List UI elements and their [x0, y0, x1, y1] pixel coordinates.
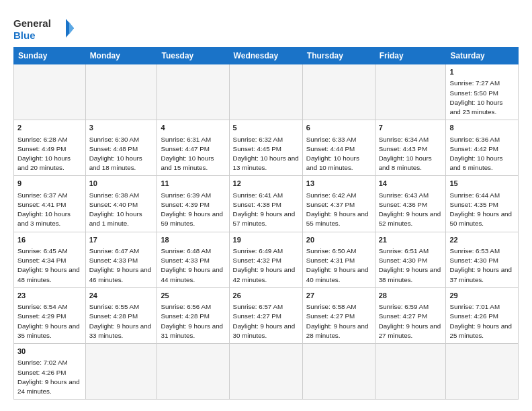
day-number: 11: [161, 179, 225, 189]
day-info: Sunrise: 6:41 AM Sunset: 4:38 PM Dayligh…: [233, 191, 299, 229]
day-info: Sunrise: 6:48 AM Sunset: 4:33 PM Dayligh…: [161, 246, 225, 285]
calendar-header-saturday: Saturday: [446, 48, 519, 64]
day-number: 30: [17, 347, 82, 357]
calendar-cell: 18Sunrise: 6:48 AM Sunset: 4:33 PM Dayli…: [157, 232, 229, 287]
day-number: 12: [233, 179, 299, 189]
day-info: Sunrise: 6:47 AM Sunset: 4:33 PM Dayligh…: [89, 246, 154, 285]
calendar-cell: 11Sunrise: 6:39 AM Sunset: 4:39 PM Dayli…: [157, 176, 229, 232]
calendar-cell: 28Sunrise: 6:59 AM Sunset: 4:27 PM Dayli…: [375, 287, 446, 343]
day-number: 4: [161, 123, 225, 133]
page: General Blue SundayMondayTuesdayWednesda…: [0, 0, 532, 411]
svg-text:Blue: Blue: [13, 30, 36, 41]
day-info: Sunrise: 6:50 AM Sunset: 4:31 PM Dayligh…: [306, 246, 371, 285]
day-info: Sunrise: 6:54 AM Sunset: 4:29 PM Dayligh…: [17, 302, 82, 340]
calendar-cell: 12Sunrise: 6:41 AM Sunset: 4:38 PM Dayli…: [229, 176, 302, 232]
logo: General Blue: [13, 15, 74, 43]
day-number: 17: [89, 235, 154, 245]
calendar-cell: [302, 344, 375, 400]
day-number: 19: [233, 235, 299, 245]
calendar-cell: 14Sunrise: 6:43 AM Sunset: 4:36 PM Dayli…: [375, 176, 446, 232]
day-info: Sunrise: 7:27 AM Sunset: 5:50 PM Dayligh…: [449, 79, 515, 117]
calendar-header-friday: Friday: [375, 48, 446, 64]
day-number: 13: [306, 179, 371, 189]
day-number: 7: [379, 123, 443, 133]
day-info: Sunrise: 6:53 AM Sunset: 4:30 PM Dayligh…: [449, 246, 515, 285]
calendar-cell: [446, 344, 519, 400]
day-info: Sunrise: 6:37 AM Sunset: 4:41 PM Dayligh…: [17, 191, 82, 229]
day-info: Sunrise: 6:42 AM Sunset: 4:37 PM Dayligh…: [306, 191, 371, 229]
calendar-cell: 25Sunrise: 6:56 AM Sunset: 4:28 PM Dayli…: [157, 287, 229, 343]
day-number: 2: [17, 123, 82, 133]
calendar-cell: 2Sunrise: 6:28 AM Sunset: 4:49 PM Daylig…: [14, 120, 86, 176]
day-number: 26: [233, 291, 299, 301]
day-number: 14: [379, 179, 443, 189]
svg-text:General: General: [13, 17, 51, 29]
day-info: Sunrise: 6:59 AM Sunset: 4:27 PM Dayligh…: [379, 302, 443, 340]
calendar-week-row: 23Sunrise: 6:54 AM Sunset: 4:29 PM Dayli…: [14, 287, 519, 343]
day-number: 28: [379, 291, 443, 301]
calendar-cell: 24Sunrise: 6:55 AM Sunset: 4:28 PM Dayli…: [85, 287, 157, 343]
day-info: Sunrise: 6:56 AM Sunset: 4:28 PM Dayligh…: [161, 302, 225, 340]
calendar-week-row: 30Sunrise: 7:02 AM Sunset: 4:26 PM Dayli…: [14, 344, 519, 400]
calendar-cell: [14, 64, 86, 120]
day-info: Sunrise: 6:55 AM Sunset: 4:28 PM Dayligh…: [89, 302, 154, 340]
calendar-header-tuesday: Tuesday: [157, 48, 229, 64]
calendar-cell: 1Sunrise: 7:27 AM Sunset: 5:50 PM Daylig…: [446, 64, 519, 120]
calendar-cell: 9Sunrise: 6:37 AM Sunset: 4:41 PM Daylig…: [14, 176, 86, 232]
calendar-cell: 6Sunrise: 6:33 AM Sunset: 4:44 PM Daylig…: [302, 120, 375, 176]
day-info: Sunrise: 6:34 AM Sunset: 4:43 PM Dayligh…: [379, 135, 443, 173]
day-number: 23: [17, 291, 82, 301]
calendar-cell: 16Sunrise: 6:45 AM Sunset: 4:34 PM Dayli…: [14, 232, 86, 287]
day-info: Sunrise: 6:28 AM Sunset: 4:49 PM Dayligh…: [17, 135, 82, 173]
day-info: Sunrise: 6:33 AM Sunset: 4:44 PM Dayligh…: [306, 135, 371, 173]
day-info: Sunrise: 6:45 AM Sunset: 4:34 PM Dayligh…: [17, 246, 82, 285]
calendar-cell: 26Sunrise: 6:57 AM Sunset: 4:27 PM Dayli…: [229, 287, 302, 343]
calendar-week-row: 1Sunrise: 7:27 AM Sunset: 5:50 PM Daylig…: [14, 64, 519, 120]
calendar-header-thursday: Thursday: [302, 48, 375, 64]
day-number: 9: [17, 179, 82, 189]
day-info: Sunrise: 6:43 AM Sunset: 4:36 PM Dayligh…: [379, 191, 443, 229]
day-info: Sunrise: 6:39 AM Sunset: 4:39 PM Dayligh…: [161, 191, 225, 229]
svg-marker-3: [69, 22, 74, 34]
day-info: Sunrise: 7:02 AM Sunset: 4:26 PM Dayligh…: [17, 358, 82, 396]
calendar-header-monday: Monday: [85, 48, 157, 64]
calendar-header-row: SundayMondayTuesdayWednesdayThursdayFrid…: [14, 48, 519, 64]
calendar-cell: [375, 64, 446, 120]
day-number: 16: [17, 235, 82, 245]
day-number: 3: [89, 123, 154, 133]
calendar-cell: [157, 64, 229, 120]
header: General Blue: [13, 12, 519, 43]
calendar-cell: 17Sunrise: 6:47 AM Sunset: 4:33 PM Dayli…: [85, 232, 157, 287]
calendar-cell: 13Sunrise: 6:42 AM Sunset: 4:37 PM Dayli…: [302, 176, 375, 232]
calendar-cell: [157, 344, 229, 400]
calendar-cell: 10Sunrise: 6:38 AM Sunset: 4:40 PM Dayli…: [85, 176, 157, 232]
day-number: 8: [449, 123, 515, 133]
day-number: 24: [89, 291, 154, 301]
calendar-header-sunday: Sunday: [14, 48, 86, 64]
calendar-cell: 19Sunrise: 6:49 AM Sunset: 4:32 PM Dayli…: [229, 232, 302, 287]
logo-svg: General Blue: [13, 15, 74, 43]
day-info: Sunrise: 7:01 AM Sunset: 4:26 PM Dayligh…: [449, 302, 515, 340]
calendar-week-row: 2Sunrise: 6:28 AM Sunset: 4:49 PM Daylig…: [14, 120, 519, 176]
calendar-cell: 29Sunrise: 7:01 AM Sunset: 4:26 PM Dayli…: [446, 287, 519, 343]
day-info: Sunrise: 6:58 AM Sunset: 4:27 PM Dayligh…: [306, 302, 371, 340]
calendar-cell: 20Sunrise: 6:50 AM Sunset: 4:31 PM Dayli…: [302, 232, 375, 287]
day-info: Sunrise: 6:57 AM Sunset: 4:27 PM Dayligh…: [233, 302, 299, 340]
day-number: 6: [306, 123, 371, 133]
calendar-cell: 5Sunrise: 6:32 AM Sunset: 4:45 PM Daylig…: [229, 120, 302, 176]
day-info: Sunrise: 6:49 AM Sunset: 4:32 PM Dayligh…: [233, 246, 299, 285]
day-number: 10: [89, 179, 154, 189]
calendar-week-row: 16Sunrise: 6:45 AM Sunset: 4:34 PM Dayli…: [14, 232, 519, 287]
calendar-cell: 3Sunrise: 6:30 AM Sunset: 4:48 PM Daylig…: [85, 120, 157, 176]
day-number: 5: [233, 123, 299, 133]
day-info: Sunrise: 6:44 AM Sunset: 4:35 PM Dayligh…: [449, 191, 515, 229]
calendar-cell: 4Sunrise: 6:31 AM Sunset: 4:47 PM Daylig…: [157, 120, 229, 176]
day-number: 15: [449, 179, 515, 189]
day-number: 20: [306, 235, 371, 245]
calendar: SundayMondayTuesdayWednesdayThursdayFrid…: [13, 47, 519, 400]
calendar-cell: 15Sunrise: 6:44 AM Sunset: 4:35 PM Dayli…: [446, 176, 519, 232]
day-info: Sunrise: 6:30 AM Sunset: 4:48 PM Dayligh…: [89, 135, 154, 173]
day-number: 27: [306, 291, 371, 301]
calendar-cell: [85, 64, 157, 120]
calendar-cell: 21Sunrise: 6:51 AM Sunset: 4:30 PM Dayli…: [375, 232, 446, 287]
